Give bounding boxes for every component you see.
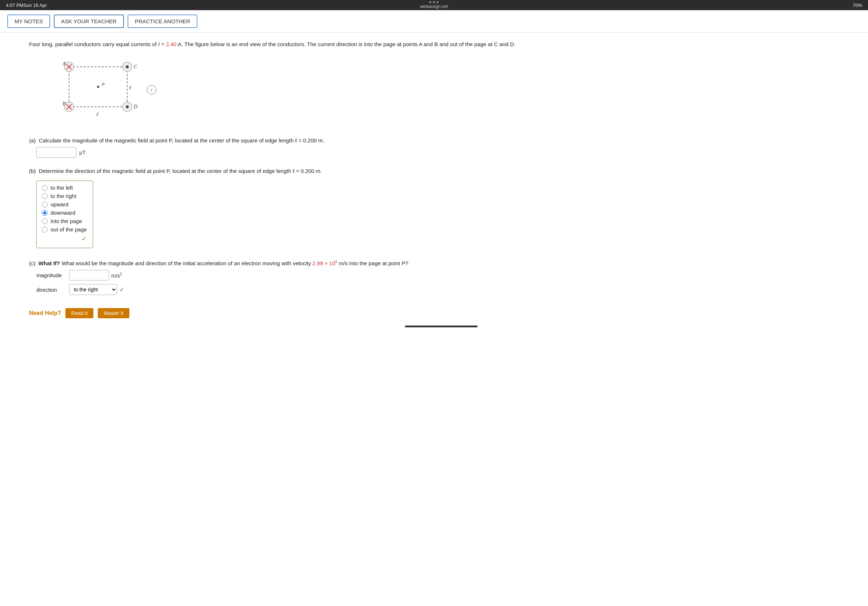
part-b-radio-group: to the left to the right upward downward… xyxy=(36,181,93,248)
velocity-value: 2.98 × 105 xyxy=(313,260,338,266)
scroll-indicator xyxy=(405,326,477,327)
radio-to-the-right[interactable]: to the right xyxy=(42,193,87,199)
magnitude-label: magnitude xyxy=(36,272,69,278)
radio-circle-upward xyxy=(42,202,48,207)
master-it-button[interactable]: Master It xyxy=(98,308,129,318)
my-notes-button[interactable]: MY NOTES xyxy=(7,14,50,28)
problem-intro: Four long, parallel conductors carry equ… xyxy=(29,40,854,49)
part-c-grid: magnitude m/s2 direction to the right to… xyxy=(36,270,854,295)
practice-another-button[interactable]: PRACTICE ANOTHER xyxy=(127,14,198,28)
magnitude-row: m/s2 xyxy=(69,270,854,280)
radio-label-out: out of the page xyxy=(51,226,87,232)
magnitude-input[interactable] xyxy=(69,270,109,280)
radio-circle-out xyxy=(42,227,48,232)
figure-container: A C B D P ℓ ℓ i xyxy=(51,56,167,128)
radio-downward[interactable]: downward xyxy=(42,210,87,216)
svg-text:D: D xyxy=(133,104,137,109)
part-c-label: (c) What If? What would be the magnitude… xyxy=(29,260,854,266)
date-display: Sun 16 Apr xyxy=(23,3,46,8)
part-b-label: (b) Determine the direction of the magne… xyxy=(29,168,854,174)
need-help-row: Need Help? Read It Master It xyxy=(29,308,854,318)
radio-circle-downward xyxy=(42,210,48,216)
main-content: Four long, parallel conductors carry equ… xyxy=(0,33,868,606)
svg-point-9 xyxy=(126,65,129,68)
svg-point-18 xyxy=(97,86,99,88)
radio-circle-left xyxy=(42,185,48,191)
svg-text:ℓ: ℓ xyxy=(96,111,99,117)
part-a-label: (a) Calculate the magnitude of the magne… xyxy=(29,137,854,144)
radio-upward[interactable]: upward xyxy=(42,201,87,207)
need-help-label: Need Help? xyxy=(29,310,61,317)
svg-text:P: P xyxy=(101,81,105,87)
part-a-answer-row: μT xyxy=(36,147,854,158)
status-bar: 4:07 PM Sun 16 Apr webassign.net 70% xyxy=(0,0,868,10)
radio-out-of-page[interactable]: out of the page xyxy=(42,226,87,232)
time-display: 4:07 PM xyxy=(6,3,23,8)
svg-text:ℓ: ℓ xyxy=(129,85,131,90)
svg-text:B: B xyxy=(62,101,66,107)
part-a-unit: μT xyxy=(79,149,86,156)
svg-text:A: A xyxy=(62,61,66,66)
direction-select[interactable]: to the right to the left upward downward… xyxy=(69,284,117,295)
direction-row: to the right to the left upward downward… xyxy=(69,284,854,295)
physics-figure: A C B D P ℓ ℓ xyxy=(51,56,153,125)
url-display: webassign.net xyxy=(420,4,448,9)
radio-label-left: to the left xyxy=(51,185,73,191)
read-it-button[interactable]: Read It xyxy=(65,308,93,318)
radio-label-into: into the page xyxy=(51,218,82,224)
direction-check-icon: ✓ xyxy=(119,286,125,294)
ask-teacher-button[interactable]: ASK YOUR TEACHER xyxy=(54,14,124,28)
part-a-input[interactable] xyxy=(36,147,76,158)
svg-text:C: C xyxy=(134,64,137,70)
svg-point-16 xyxy=(126,105,129,108)
direction-label: direction xyxy=(36,287,69,293)
part-b-check-icon: ✓ xyxy=(81,235,87,242)
magnitude-unit: m/s2 xyxy=(111,272,122,279)
radio-circle-into xyxy=(42,218,48,224)
radio-label-downward: downward xyxy=(51,210,75,216)
radio-into-page[interactable]: into the page xyxy=(42,218,87,224)
battery-display: 70% xyxy=(853,3,862,8)
radio-label-right: to the right xyxy=(51,193,76,199)
toolbar: MY NOTES ASK YOUR TEACHER PRACTICE ANOTH… xyxy=(0,10,868,33)
radio-circle-right xyxy=(42,193,48,199)
radio-label-upward: upward xyxy=(51,201,68,207)
radio-to-the-left[interactable]: to the left xyxy=(42,185,87,191)
info-icon[interactable]: i xyxy=(147,85,156,94)
